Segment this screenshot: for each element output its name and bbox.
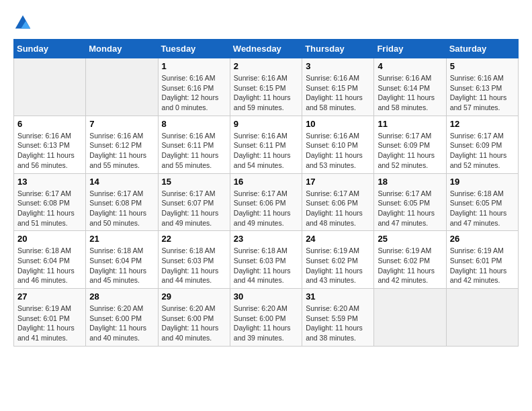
calendar-cell: 26Sunrise: 6:19 AM Sunset: 6:01 PM Dayli… bbox=[446, 231, 518, 289]
day-number: 24 bbox=[306, 234, 370, 244]
calendar-cell bbox=[86, 58, 158, 116]
day-number: 31 bbox=[306, 291, 370, 302]
day-number: 17 bbox=[306, 177, 370, 187]
calendar-cell: 10Sunrise: 6:16 AM Sunset: 6:10 PM Dayli… bbox=[302, 116, 374, 173]
calendar-body: 1Sunrise: 6:16 AM Sunset: 6:16 PM Daylig… bbox=[14, 58, 519, 347]
calendar-cell: 13Sunrise: 6:17 AM Sunset: 6:08 PM Dayli… bbox=[14, 173, 86, 231]
day-info: Sunrise: 6:17 AM Sunset: 6:09 PM Dayligh… bbox=[378, 131, 442, 171]
day-info: Sunrise: 6:19 AM Sunset: 6:02 PM Dayligh… bbox=[378, 246, 442, 285]
day-info: Sunrise: 6:16 AM Sunset: 6:14 PM Dayligh… bbox=[378, 73, 442, 113]
day-info: Sunrise: 6:16 AM Sunset: 6:16 PM Dayligh… bbox=[162, 73, 226, 113]
calendar-cell: 31Sunrise: 6:20 AM Sunset: 5:59 PM Dayli… bbox=[302, 289, 374, 347]
day-number: 15 bbox=[162, 177, 226, 187]
day-info: Sunrise: 6:17 AM Sunset: 6:05 PM Dayligh… bbox=[378, 189, 442, 228]
day-number: 12 bbox=[450, 119, 515, 129]
calendar-cell: 2Sunrise: 6:16 AM Sunset: 6:15 PM Daylig… bbox=[230, 58, 302, 116]
calendar-cell: 24Sunrise: 6:19 AM Sunset: 6:02 PM Dayli… bbox=[302, 231, 374, 289]
calendar-cell: 19Sunrise: 6:18 AM Sunset: 6:05 PM Dayli… bbox=[446, 173, 518, 231]
calendar-cell bbox=[446, 289, 518, 347]
calendar-header: SundayMondayTuesdayWednesdayThursdayFrid… bbox=[14, 40, 519, 58]
day-number: 13 bbox=[17, 177, 82, 187]
calendar-cell: 22Sunrise: 6:18 AM Sunset: 6:03 PM Dayli… bbox=[158, 231, 230, 289]
day-number: 29 bbox=[162, 291, 226, 302]
day-info: Sunrise: 6:16 AM Sunset: 6:11 PM Dayligh… bbox=[234, 131, 298, 171]
calendar-cell: 5Sunrise: 6:16 AM Sunset: 6:13 PM Daylig… bbox=[446, 58, 518, 116]
calendar-cell: 15Sunrise: 6:17 AM Sunset: 6:07 PM Dayli… bbox=[158, 173, 230, 231]
day-number: 14 bbox=[89, 177, 154, 187]
day-info: Sunrise: 6:17 AM Sunset: 6:08 PM Dayligh… bbox=[17, 189, 82, 228]
day-info: Sunrise: 6:18 AM Sunset: 6:04 PM Dayligh… bbox=[89, 246, 154, 285]
calendar-cell: 28Sunrise: 6:20 AM Sunset: 6:00 PM Dayli… bbox=[86, 289, 158, 347]
day-info: Sunrise: 6:18 AM Sunset: 6:04 PM Dayligh… bbox=[17, 246, 82, 285]
day-info: Sunrise: 6:17 AM Sunset: 6:06 PM Dayligh… bbox=[306, 189, 370, 228]
day-number: 9 bbox=[234, 119, 298, 129]
calendar-cell: 25Sunrise: 6:19 AM Sunset: 6:02 PM Dayli… bbox=[374, 231, 446, 289]
day-info: Sunrise: 6:20 AM Sunset: 6:00 PM Dayligh… bbox=[234, 304, 298, 343]
day-number: 10 bbox=[306, 119, 370, 129]
day-number: 1 bbox=[162, 61, 226, 71]
day-number: 6 bbox=[17, 119, 82, 129]
calendar-week-row: 6Sunrise: 6:16 AM Sunset: 6:13 PM Daylig… bbox=[14, 116, 519, 173]
day-number: 23 bbox=[234, 234, 298, 244]
day-info: Sunrise: 6:17 AM Sunset: 6:09 PM Dayligh… bbox=[450, 131, 515, 171]
calendar-cell: 20Sunrise: 6:18 AM Sunset: 6:04 PM Dayli… bbox=[14, 231, 86, 289]
day-info: Sunrise: 6:20 AM Sunset: 6:00 PM Dayligh… bbox=[89, 304, 154, 343]
calendar-cell: 16Sunrise: 6:17 AM Sunset: 6:06 PM Dayli… bbox=[230, 173, 302, 231]
day-info: Sunrise: 6:17 AM Sunset: 6:08 PM Dayligh… bbox=[89, 189, 154, 228]
logo bbox=[13, 13, 35, 32]
day-info: Sunrise: 6:16 AM Sunset: 6:10 PM Dayligh… bbox=[306, 131, 370, 171]
calendar-cell: 23Sunrise: 6:18 AM Sunset: 6:03 PM Dayli… bbox=[230, 231, 302, 289]
calendar-cell bbox=[14, 58, 86, 116]
weekday-header: Sunday bbox=[14, 40, 86, 58]
calendar-cell: 21Sunrise: 6:18 AM Sunset: 6:04 PM Dayli… bbox=[86, 231, 158, 289]
day-number: 5 bbox=[450, 61, 515, 71]
calendar-cell: 18Sunrise: 6:17 AM Sunset: 6:05 PM Dayli… bbox=[374, 173, 446, 231]
calendar-cell: 29Sunrise: 6:20 AM Sunset: 6:00 PM Dayli… bbox=[158, 289, 230, 347]
calendar-cell: 12Sunrise: 6:17 AM Sunset: 6:09 PM Dayli… bbox=[446, 116, 518, 173]
day-info: Sunrise: 6:16 AM Sunset: 6:13 PM Dayligh… bbox=[17, 131, 82, 171]
day-info: Sunrise: 6:20 AM Sunset: 6:00 PM Dayligh… bbox=[162, 304, 226, 343]
weekday-header: Tuesday bbox=[158, 40, 230, 58]
day-info: Sunrise: 6:18 AM Sunset: 6:03 PM Dayligh… bbox=[234, 246, 298, 285]
day-number: 4 bbox=[378, 61, 442, 71]
day-number: 11 bbox=[378, 119, 442, 129]
day-number: 30 bbox=[234, 291, 298, 302]
day-number: 19 bbox=[450, 177, 515, 187]
calendar-week-row: 20Sunrise: 6:18 AM Sunset: 6:04 PM Dayli… bbox=[14, 231, 519, 289]
calendar-cell: 3Sunrise: 6:16 AM Sunset: 6:15 PM Daylig… bbox=[302, 58, 374, 116]
day-info: Sunrise: 6:19 AM Sunset: 6:01 PM Dayligh… bbox=[17, 304, 82, 343]
calendar-cell: 1Sunrise: 6:16 AM Sunset: 6:16 PM Daylig… bbox=[158, 58, 230, 116]
day-info: Sunrise: 6:18 AM Sunset: 6:03 PM Dayligh… bbox=[162, 246, 226, 285]
weekday-header: Wednesday bbox=[230, 40, 302, 58]
day-number: 20 bbox=[17, 234, 82, 244]
calendar-week-row: 1Sunrise: 6:16 AM Sunset: 6:16 PM Daylig… bbox=[14, 58, 519, 116]
calendar-cell: 7Sunrise: 6:16 AM Sunset: 6:12 PM Daylig… bbox=[86, 116, 158, 173]
day-info: Sunrise: 6:16 AM Sunset: 6:15 PM Dayligh… bbox=[306, 73, 370, 113]
calendar-cell: 17Sunrise: 6:17 AM Sunset: 6:06 PM Dayli… bbox=[302, 173, 374, 231]
day-number: 3 bbox=[306, 61, 370, 71]
day-number: 18 bbox=[378, 177, 442, 187]
day-info: Sunrise: 6:20 AM Sunset: 5:59 PM Dayligh… bbox=[306, 304, 370, 343]
day-info: Sunrise: 6:16 AM Sunset: 6:11 PM Dayligh… bbox=[162, 131, 226, 171]
weekday-header: Monday bbox=[86, 40, 158, 58]
calendar-cell: 27Sunrise: 6:19 AM Sunset: 6:01 PM Dayli… bbox=[14, 289, 86, 347]
day-number: 26 bbox=[450, 234, 515, 244]
day-info: Sunrise: 6:18 AM Sunset: 6:05 PM Dayligh… bbox=[450, 189, 515, 228]
day-info: Sunrise: 6:16 AM Sunset: 6:15 PM Dayligh… bbox=[234, 73, 298, 113]
day-number: 22 bbox=[162, 234, 226, 244]
calendar-cell: 4Sunrise: 6:16 AM Sunset: 6:14 PM Daylig… bbox=[374, 58, 446, 116]
calendar-table: SundayMondayTuesdayWednesdayThursdayFrid… bbox=[13, 39, 519, 347]
calendar-cell: 9Sunrise: 6:16 AM Sunset: 6:11 PM Daylig… bbox=[230, 116, 302, 173]
weekday-header: Friday bbox=[374, 40, 446, 58]
weekday-header: Saturday bbox=[446, 40, 518, 58]
calendar-week-row: 13Sunrise: 6:17 AM Sunset: 6:08 PM Dayli… bbox=[14, 173, 519, 231]
day-info: Sunrise: 6:17 AM Sunset: 6:06 PM Dayligh… bbox=[234, 189, 298, 228]
logo-icon bbox=[13, 13, 32, 32]
day-number: 16 bbox=[234, 177, 298, 187]
page-header bbox=[13, 13, 519, 32]
day-number: 8 bbox=[162, 119, 226, 129]
weekday-header: Thursday bbox=[302, 40, 374, 58]
day-info: Sunrise: 6:17 AM Sunset: 6:07 PM Dayligh… bbox=[162, 189, 226, 228]
day-number: 2 bbox=[234, 61, 298, 71]
day-info: Sunrise: 6:16 AM Sunset: 6:13 PM Dayligh… bbox=[450, 73, 515, 113]
